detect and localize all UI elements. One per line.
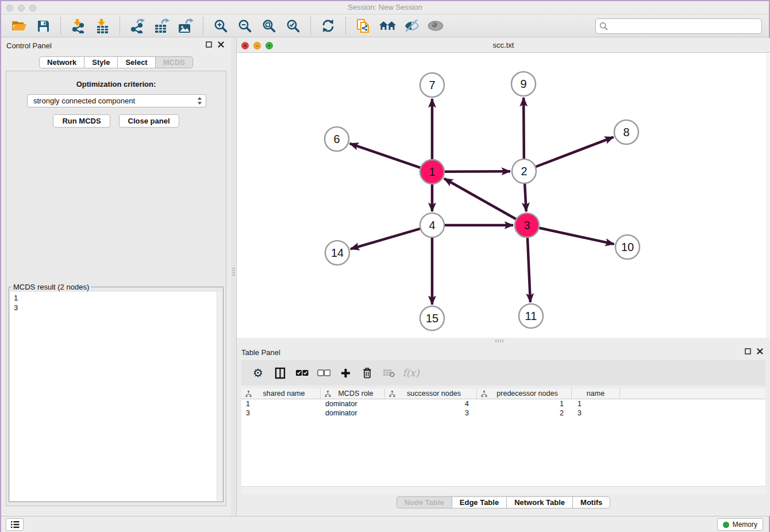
tab-motifs[interactable]: Motifs <box>573 496 610 508</box>
save-session-button[interactable] <box>33 17 53 35</box>
export-table-button[interactable] <box>152 17 171 35</box>
copy-style-button[interactable] <box>353 17 373 35</box>
graph-node-14[interactable]: 14 <box>325 241 349 265</box>
table-row[interactable]: 3 dominator 3 2 3 <box>241 408 765 418</box>
column-header-successor-nodes[interactable]: successor nodes <box>385 388 477 399</box>
zoom-traffic-light[interactable] <box>29 5 36 11</box>
memory-button[interactable]: Memory <box>717 518 763 531</box>
graph-node-3[interactable]: 3 <box>515 213 539 237</box>
table-row[interactable]: 1 dominator 4 1 1 <box>241 399 765 408</box>
close-traffic-light[interactable] <box>6 5 13 11</box>
status-bar: Memory <box>1 516 769 532</box>
graph-edge-2-8[interactable] <box>536 137 614 167</box>
select-all-button[interactable] <box>293 364 310 381</box>
graph-node-7[interactable]: 7 <box>420 73 444 97</box>
graph-node-10[interactable]: 10 <box>615 235 640 259</box>
search-input[interactable] <box>610 20 761 33</box>
close-panel-icon[interactable] <box>218 41 224 48</box>
minimize-traffic-light[interactable] <box>18 5 25 11</box>
graph-node-2[interactable]: 2 <box>512 159 536 183</box>
create-column-button[interactable] <box>337 364 354 381</box>
select-stepper-icon <box>197 97 202 105</box>
tab-select[interactable]: Select <box>118 56 155 68</box>
float-panel-icon[interactable] <box>745 348 751 354</box>
shared-column-icon <box>389 391 395 397</box>
svg-text:4: 4 <box>429 219 435 232</box>
column-header-name[interactable]: name <box>572 388 620 399</box>
table-delete-icon <box>383 368 395 377</box>
table-horizontal-scrollbar[interactable] <box>241 486 765 494</box>
import-network-button[interactable] <box>68 17 88 35</box>
graph-edge-1-2[interactable] <box>444 171 510 172</box>
houses-icon <box>379 20 396 32</box>
mcds-result-list[interactable]: 1 3 <box>10 292 222 501</box>
zoom-selected-button[interactable] <box>283 17 303 35</box>
graph-edge-1-6[interactable] <box>350 144 421 168</box>
network-close-icon[interactable]: ✕ <box>241 42 249 49</box>
hide-selected-button[interactable] <box>402 17 421 35</box>
tab-network[interactable]: Network <box>39 56 84 68</box>
close-panel-button[interactable]: Close panel <box>119 114 179 128</box>
deselect-all-button[interactable] <box>315 364 332 381</box>
graph-edge-2-9[interactable] <box>523 98 524 159</box>
control-panel-title: Control Panel <box>6 41 52 50</box>
show-columns-button[interactable] <box>271 364 288 381</box>
svg-text:7: 7 <box>429 79 435 91</box>
graph-node-15[interactable]: 15 <box>420 306 444 330</box>
search-box[interactable] <box>595 18 762 34</box>
tab-edge-table[interactable]: Edge Table <box>452 496 507 508</box>
table-settings-button[interactable]: ⚙ <box>249 364 267 381</box>
graph-node-6[interactable]: 6 <box>325 127 349 151</box>
float-panel-icon[interactable] <box>206 41 212 48</box>
export-network-button[interactable] <box>128 17 147 35</box>
home-layout-button[interactable] <box>378 17 397 35</box>
show-all-button[interactable] <box>426 17 445 35</box>
tab-network-table[interactable]: Network Table <box>507 496 573 508</box>
graph-edge-3-1[interactable] <box>444 179 517 219</box>
zoom-in-button[interactable] <box>211 17 230 35</box>
delete-table-button[interactable] <box>380 364 398 381</box>
network-canvas[interactable]: 7968124314101511 <box>237 53 770 338</box>
shared-column-icon <box>245 391 252 397</box>
task-history-button[interactable] <box>6 518 24 531</box>
graph-edge-2-3[interactable] <box>525 183 526 211</box>
horizontal-splitter[interactable] <box>237 338 770 345</box>
mcds-result-title: MCDS result (2 nodes) <box>11 283 91 291</box>
delete-column-button[interactable] <box>359 364 376 381</box>
open-session-button[interactable] <box>9 17 29 35</box>
tab-node-table[interactable]: Node Table <box>396 496 452 508</box>
function-builder-button[interactable]: f(x) <box>402 364 419 381</box>
network-scrollbar[interactable] <box>766 53 770 338</box>
graph-node-1[interactable]: 1 <box>420 160 444 184</box>
graph-node-11[interactable]: 11 <box>519 304 543 328</box>
import-table-button[interactable] <box>93 17 112 35</box>
graph-node-8[interactable]: 8 <box>614 120 638 144</box>
import-network-icon <box>71 18 86 33</box>
network-minimize-icon[interactable]: − <box>253 42 261 49</box>
graph-edge-3-11[interactable] <box>528 237 530 302</box>
gear-icon: ⚙ <box>253 367 263 379</box>
refresh-button[interactable] <box>318 17 338 35</box>
column-header-mcds-role[interactable]: MCDS role <box>321 388 385 399</box>
export-image-icon <box>178 18 194 34</box>
column-header-predecessor-nodes[interactable]: predecessor nodes <box>477 388 572 399</box>
column-header-shared-name[interactable]: shared name <box>241 388 321 399</box>
graph-edge-3-10[interactable] <box>539 228 614 244</box>
svg-text:8: 8 <box>623 126 629 138</box>
run-mcds-button[interactable]: Run MCDS <box>53 114 110 128</box>
result-scrollbar[interactable] <box>217 292 222 501</box>
export-image-button[interactable] <box>176 17 195 35</box>
zoom-out-button[interactable] <box>235 17 255 35</box>
criterion-select[interactable]: strongly connected component <box>27 94 206 107</box>
close-panel-icon[interactable] <box>757 348 763 354</box>
zoom-fit-button[interactable] <box>259 17 279 35</box>
graph-node-9[interactable]: 9 <box>511 72 536 96</box>
network-graph[interactable]: 7968124314101511 <box>237 53 770 338</box>
graph-edge-4-14[interactable] <box>351 229 421 249</box>
tab-mcds[interactable]: MCDS <box>156 56 193 68</box>
vertical-splitter[interactable] <box>231 38 237 516</box>
network-maximize-icon[interactable]: + <box>265 42 273 49</box>
graph-node-4[interactable]: 4 <box>420 213 444 237</box>
copy-documents-icon <box>356 18 371 34</box>
tab-style[interactable]: Style <box>84 56 118 68</box>
